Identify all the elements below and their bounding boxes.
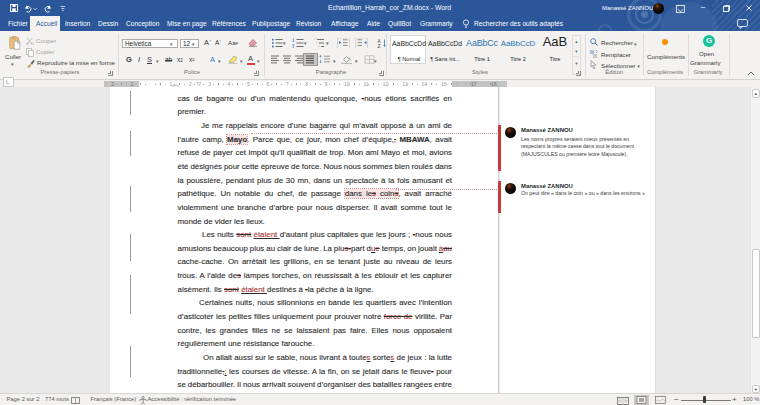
svg-text:Z: Z [378,44,381,48]
svg-text:A: A [378,39,382,44]
